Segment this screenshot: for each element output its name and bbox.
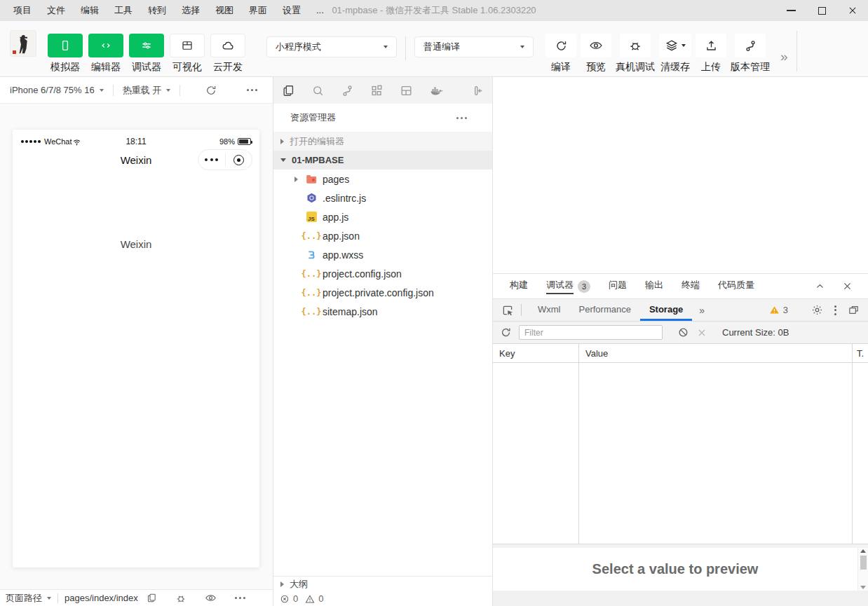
menu-file[interactable]: 文件 [39,0,73,21]
source-control-button[interactable] [341,84,354,97]
menu-more[interactable]: ... [308,0,332,21]
warning-triangle-icon [305,594,315,604]
version-control-button[interactable]: 版本管理 [728,34,772,76]
column-key[interactable]: Key [493,344,579,362]
outline-section[interactable]: 大纲 [273,576,492,591]
page-path-label: 页面路径 [6,592,42,605]
menu-tools[interactable]: 工具 [107,0,140,21]
menu-interface[interactable]: 界面 [241,0,275,21]
tree-item-sitemap[interactable]: {..} sitemap.json [273,302,492,321]
clear-storage-button[interactable] [677,326,689,338]
statusbar-debug-button[interactable] [175,593,187,604]
cloud-dev-button[interactable]: 云开发 [208,34,248,76]
subtab-wxml[interactable]: Wxml [529,299,570,321]
editor-toggle-button[interactable]: 编辑器 [86,34,126,76]
simulator-toggle-button[interactable]: 模拟器 [45,34,86,76]
project-root-section[interactable]: 01-MPBASE [273,151,492,170]
storage-filter-input[interactable] [519,325,663,340]
compile-button[interactable]: 编译 [543,34,578,76]
subtab-storage[interactable]: Storage [640,299,692,321]
storage-filter-bar: Current Size: 0B [493,322,868,344]
hot-reload-select[interactable]: 热重载 开 [123,84,171,97]
warning-triangle-icon [769,305,780,315]
open-editors-section[interactable]: 打开的编辑器 [273,132,492,151]
error-count: 0 [293,593,298,604]
scroll-down-arrow-icon[interactable] [860,586,866,589]
tab-code-quality[interactable]: 代码质量 [718,279,754,294]
search-view-button[interactable] [311,84,325,97]
tree-item-projectconfig[interactable]: {..} project.config.json [273,264,492,283]
menu-project[interactable]: 项目 [6,0,39,21]
tab-build[interactable]: 构建 [510,279,528,294]
preview-button[interactable]: 预览 [578,34,613,76]
copy-path-button[interactable] [147,593,157,603]
simulator-refresh-button[interactable] [205,84,217,97]
tab-problems[interactable]: 问题 [609,279,627,294]
problems-counter[interactable]: 0 0 [273,591,492,606]
panel-close-button[interactable] [842,281,853,291]
menu-select[interactable]: 选择 [174,0,208,21]
tree-item-appjson[interactable]: {..} app.json [273,226,492,245]
menu-goto[interactable]: 转到 [140,0,174,21]
mode-select-value: 小程序模式 [276,41,321,53]
subtab-overflow-chevron[interactable]: » [692,299,712,321]
editor-layout-button[interactable] [400,84,413,97]
storage-table-body[interactable] [493,363,868,544]
phone-screen[interactable]: WeChat 18:11 98% Weixin [13,130,259,567]
statusbar-preview-button[interactable] [205,592,217,604]
mode-select[interactable]: 小程序模式 [266,36,397,57]
dock-side-button[interactable] [848,304,860,316]
tab-terminal[interactable]: 终端 [681,279,700,294]
tree-item-appwxss[interactable]: app.wxss [273,245,492,264]
menu-view[interactable]: 视图 [208,0,241,21]
simulator-more-button[interactable] [247,89,257,91]
delete-selected-button[interactable] [696,327,707,338]
tree-item-projectprivateconfig[interactable]: {..} project.private.config.json [273,283,492,302]
tree-item-appjs[interactable]: JS app.js [273,207,492,226]
debugger-toggle-button[interactable]: 调试器 [126,34,167,76]
devtools-more-button[interactable] [834,305,836,315]
files-view-button[interactable] [282,84,295,97]
visualization-button[interactable]: 可视化 [167,34,208,76]
scroll-up-arrow-icon[interactable] [860,549,866,553]
inspect-element-button[interactable] [501,299,514,321]
page-path-select[interactable]: 页面路径 [6,592,51,605]
tab-output[interactable]: 输出 [645,279,663,294]
collapse-sidebar-button[interactable] [470,84,484,97]
tree-item-pages[interactable]: pages [273,170,492,188]
preview-scrollbar[interactable] [857,548,868,591]
panel-collapse-button[interactable] [815,281,825,291]
maximize-icon [818,7,826,15]
json-file-icon: {..} [301,288,322,298]
tree-item-eslintrc[interactable]: .eslintrc.js [273,188,492,207]
user-avatar[interactable] [10,30,36,57]
explorer-more-button[interactable] [456,117,467,119]
toolbar-divider [796,31,797,71]
device-debug-button[interactable]: 真机调试 [613,34,657,76]
minimize-button[interactable] [775,0,806,21]
device-select[interactable]: iPhone 6/7/8 75% 16 [10,85,104,95]
tab-debugger[interactable]: 调试器 3 [546,279,590,294]
devtools-settings-button[interactable] [811,304,823,316]
column-type[interactable]: T. [853,344,868,362]
extensions-button[interactable] [370,84,384,97]
column-value[interactable]: Value [579,344,853,362]
capsule-more-button[interactable] [198,158,225,161]
toolbar-overflow-chevron[interactable]: » [780,49,788,76]
menu-edit[interactable]: 编辑 [73,0,107,21]
docker-button[interactable] [429,83,444,98]
storage-refresh-button[interactable] [500,326,512,338]
statusbar-more-button[interactable] [235,597,245,599]
maximize-button[interactable] [806,0,837,21]
layout-icon [181,39,194,52]
capsule-home-button[interactable] [226,155,252,165]
menu-settings[interactable]: 设置 [275,0,308,21]
folder-icon [305,173,318,186]
scrollbar-thumb[interactable] [860,556,867,570]
console-warning-counter[interactable]: 3 [769,305,788,315]
clear-cache-button[interactable]: 清缓存 [657,34,693,76]
subtab-performance[interactable]: Performance [570,299,640,321]
close-button[interactable] [837,0,868,21]
compile-mode-select[interactable]: 普通编译 [414,36,534,57]
upload-button[interactable]: 上传 [693,34,728,76]
